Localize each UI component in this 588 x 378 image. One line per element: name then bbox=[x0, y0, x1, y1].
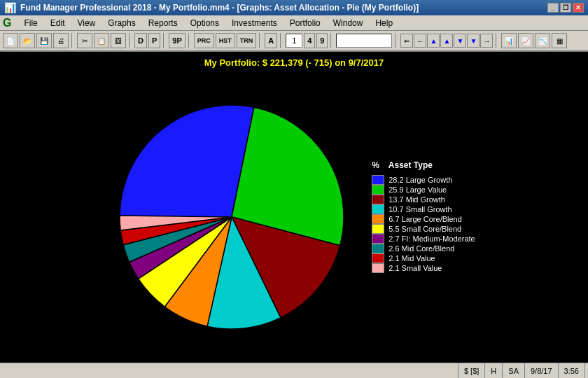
toolbar-p-btn[interactable]: P bbox=[148, 33, 160, 48]
status-section-3: H bbox=[485, 363, 503, 378]
menu-bar: G File Edit View Graphs Reports Options … bbox=[0, 15, 588, 31]
nav-arrows: ⇐ ← ▲ ▲ ▼ ▼ → bbox=[400, 34, 493, 48]
toolbar-sep1 bbox=[71, 33, 74, 48]
toolbar-a-btn[interactable]: A bbox=[265, 33, 277, 48]
toolbar-chart1[interactable]: 📊 bbox=[501, 33, 517, 48]
legend-item-4: 6.7 Large Core/Blend bbox=[372, 214, 475, 224]
close-button[interactable]: ✕ bbox=[573, 3, 584, 13]
legend-type-header: Asset Type bbox=[388, 160, 433, 170]
legend-label-5: 5.5 Small Core/Blend bbox=[388, 225, 461, 233]
toolbar-num-display: 1 bbox=[286, 34, 302, 48]
legend-item-7: 2.6 Mid Core/Blend bbox=[372, 244, 475, 253]
nav-left-left[interactable]: ⇐ bbox=[400, 34, 413, 48]
legend-label-9: 2.1 Small Value bbox=[388, 264, 442, 272]
menu-help[interactable]: Help bbox=[370, 17, 398, 29]
toolbar-9p-btn[interactable]: 9P bbox=[169, 33, 185, 48]
legend-items: 28.2 Large Growth25.9 Large Value13.7 Mi… bbox=[372, 175, 475, 273]
legend-color-0 bbox=[372, 175, 384, 185]
toolbar-hst-btn[interactable]: HST bbox=[216, 33, 235, 48]
legend-label-8: 2.1 Mid Value bbox=[388, 254, 435, 262]
menu-portfolio[interactable]: Portfolio bbox=[284, 17, 326, 29]
nav-down-solid[interactable]: ▼ bbox=[454, 34, 466, 48]
toolbar-new[interactable]: 📄 bbox=[3, 33, 18, 48]
toolbar-trn-btn[interactable]: TRN bbox=[237, 33, 257, 48]
legend-label-1: 25.9 Large Value bbox=[388, 186, 447, 194]
app-icon: 📊 bbox=[4, 2, 16, 13]
toolbar-cut[interactable]: ✂ bbox=[77, 33, 92, 48]
legend-item-8: 2.1 Mid Value bbox=[372, 253, 475, 263]
menu-graphs[interactable]: Graphs bbox=[102, 17, 141, 29]
toolbar-sep8 bbox=[395, 33, 398, 48]
toolbar-d-btn[interactable]: D bbox=[134, 33, 147, 48]
restore-button[interactable]: ❐ bbox=[560, 3, 571, 13]
status-bar: $ [$] H SA 9/8/17 3:56 bbox=[0, 363, 588, 378]
legend-color-6 bbox=[372, 234, 384, 244]
menu-reports[interactable]: Reports bbox=[143, 17, 183, 29]
title-bar: 📊 Fund Manager Professional 2018 - My Po… bbox=[0, 0, 588, 15]
toolbar-grid[interactable]: ▦ bbox=[552, 33, 567, 48]
menu-options[interactable]: Options bbox=[185, 17, 225, 29]
nav-down-solid2[interactable]: ▼ bbox=[467, 34, 479, 48]
menu-window[interactable]: Window bbox=[328, 17, 369, 29]
toolbar-dropdown[interactable] bbox=[336, 34, 392, 48]
legend-color-1 bbox=[372, 185, 384, 195]
legend-color-3 bbox=[372, 204, 384, 214]
minimize-button[interactable]: _ bbox=[547, 3, 559, 13]
toolbar-prc-btn[interactable]: PRC bbox=[194, 33, 214, 48]
toolbar-copy[interactable]: 📋 bbox=[94, 33, 109, 48]
legend-label-6: 2.7 FI: Medium-Moderate bbox=[388, 234, 475, 243]
legend-color-4 bbox=[372, 214, 384, 224]
nav-up-solid[interactable]: ▲ bbox=[427, 34, 440, 48]
toolbar-chart3[interactable]: 📉 bbox=[535, 33, 550, 48]
menu-investments[interactable]: Investments bbox=[226, 17, 283, 29]
menu-edit[interactable]: Edit bbox=[45, 17, 71, 29]
status-section-2: $ [$] bbox=[458, 363, 485, 378]
nav-right[interactable]: → bbox=[480, 34, 493, 48]
legend-item-5: 5.5 Small Core/Blend bbox=[372, 224, 475, 234]
menu-file[interactable]: File bbox=[18, 17, 43, 29]
toolbar-sep3 bbox=[163, 33, 166, 48]
nav-left[interactable]: ← bbox=[414, 34, 426, 48]
chart-area: % Asset Type 28.2 Large Growth25.9 Large… bbox=[0, 71, 588, 363]
toolbar-9-btn[interactable]: 9 bbox=[316, 33, 328, 48]
window-title: Fund Manager Professional 2018 - My Port… bbox=[20, 3, 547, 13]
legend-item-3: 10.7 Small Growth bbox=[372, 204, 475, 214]
toolbar-save[interactable]: 💾 bbox=[36, 33, 52, 48]
legend: % Asset Type 28.2 Large Growth25.9 Large… bbox=[372, 160, 475, 273]
status-section-1 bbox=[3, 363, 458, 378]
legend-item-6: 2.7 FI: Medium-Moderate bbox=[372, 234, 475, 244]
legend-label-0: 28.2 Large Growth bbox=[388, 176, 452, 184]
status-section-5: 9/8/17 bbox=[525, 363, 559, 378]
legend-item-9: 2.1 Small Value bbox=[372, 263, 475, 273]
legend-item-1: 25.9 Large Value bbox=[372, 185, 475, 195]
chart-title: My Portfolio: $ 221,379 (- 715) on 9/7/2… bbox=[204, 57, 384, 68]
legend-pct-header: % bbox=[372, 160, 379, 170]
toolbar-img[interactable]: 🖼 bbox=[111, 33, 126, 48]
toolbar-4-btn[interactable]: 4 bbox=[304, 33, 315, 48]
legend-color-9 bbox=[372, 263, 384, 273]
legend-color-7 bbox=[372, 244, 384, 253]
toolbar-sep6 bbox=[280, 33, 283, 48]
toolbar-print[interactable]: 🖨 bbox=[53, 33, 69, 48]
legend-label-3: 10.7 Small Growth bbox=[388, 205, 451, 214]
toolbar-sep2 bbox=[129, 33, 132, 48]
toolbar-sep9 bbox=[496, 33, 498, 48]
legend-color-8 bbox=[372, 253, 384, 263]
pie-chart bbox=[113, 98, 351, 336]
legend-item-0: 28.2 Large Growth bbox=[372, 175, 475, 185]
menu-view[interactable]: View bbox=[71, 17, 101, 29]
status-section-6: 3:56 bbox=[559, 363, 585, 378]
legend-color-5 bbox=[372, 224, 384, 234]
legend-label-2: 13.7 Mid Growth bbox=[388, 195, 445, 204]
window-controls: _ ❐ ✕ bbox=[547, 3, 584, 13]
toolbar-open[interactable]: 📂 bbox=[20, 33, 35, 48]
legend-color-2 bbox=[372, 195, 384, 204]
legend-item-2: 13.7 Mid Growth bbox=[372, 195, 475, 204]
nav-up-solid2[interactable]: ▲ bbox=[440, 34, 453, 48]
toolbar-sep7 bbox=[330, 33, 333, 48]
toolbar-sep5 bbox=[259, 33, 262, 48]
pie-svg bbox=[113, 98, 351, 336]
toolbar-sep4 bbox=[188, 33, 191, 48]
toolbar-chart2[interactable]: 📈 bbox=[518, 33, 533, 48]
app-logo: G bbox=[3, 17, 11, 29]
